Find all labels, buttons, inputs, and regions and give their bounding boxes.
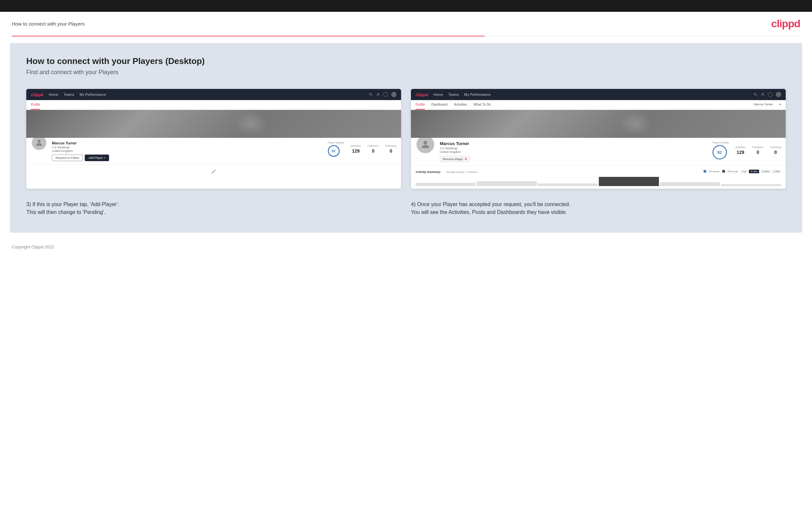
chart-bar-3 — [538, 183, 598, 186]
header-divider — [12, 36, 800, 37]
svg-point-7 — [423, 141, 427, 145]
footer-text: Copyright Clippd 2022 — [12, 244, 54, 249]
chart-bar-4 — [599, 177, 659, 186]
main-title: How to connect with your Players (Deskto… — [26, 56, 786, 66]
chart-bar-5 — [660, 182, 720, 186]
right-player-dropdown[interactable]: Marcus Turner — [754, 100, 773, 110]
edit-icon — [211, 168, 217, 174]
left-following-label: Following — [385, 145, 397, 147]
request-follow-button[interactable]: Request to Follow — [52, 155, 83, 161]
top-bar — [0, 0, 812, 12]
left-quality-stat: Player Quality 92 — [328, 141, 344, 157]
left-profile-info: Marcus Turner 1-5 Handicap United Kingdo… — [52, 141, 323, 161]
captions-row: 3) If this is your Player tap, 'Add Play… — [26, 201, 786, 216]
screenshots-row: clippd Home Teams My Performance Profile — [26, 89, 786, 189]
right-player-location: United Kingdom — [440, 150, 708, 154]
left-tab-profile[interactable]: Profile — [31, 100, 40, 110]
on-course-legend-label: On course — [709, 170, 719, 173]
page-title: How to connect with your Players — [12, 21, 85, 26]
chart-bar-2 — [476, 181, 537, 186]
right-activity-header: Activity Summary Monthly Activity · 6 Mo… — [415, 168, 781, 174]
left-followers-stat: Followers 0 — [367, 145, 379, 154]
left-activities-value: 129 — [351, 148, 361, 154]
left-nav: clippd Home Teams My Performance — [26, 89, 401, 100]
right-profile-info: Marcus Turner 1-5 Handicap United Kingdo… — [440, 141, 708, 162]
right-tabs: Profile Dashboard Activities What To On … — [411, 100, 786, 110]
left-edit-area — [26, 164, 401, 177]
left-hero — [26, 110, 401, 138]
right-activity-title: Activity Summary — [415, 170, 441, 174]
right-tab-activities[interactable]: Activities — [454, 100, 467, 110]
left-profile: Marcus Turner 1-5 Handicap United Kingdo… — [26, 138, 401, 164]
left-activities-label: Activities — [351, 145, 361, 147]
footer: Copyright Clippd 2022 — [0, 239, 812, 255]
left-hero-overlay — [26, 110, 401, 138]
right-followers-stat: Followers 0 — [752, 146, 763, 155]
avatar-person-icon — [35, 138, 44, 147]
left-followers-label: Followers — [367, 145, 379, 147]
left-buttons: Request to Follow Add Player + — [52, 155, 323, 161]
left-tabs: Profile — [26, 100, 401, 110]
filter-1mth[interactable]: 1 mth — [772, 170, 781, 173]
remove-player-x-icon: ✕ — [464, 157, 467, 161]
right-activities-stat: Activities 129 — [735, 146, 746, 155]
right-quality-label: Player Quality — [712, 141, 729, 144]
right-quality-stat: Player Quality 92 — [712, 141, 729, 160]
add-player-button[interactable]: Add Player + — [85, 155, 109, 161]
chart-bar-6 — [721, 184, 781, 186]
right-activity-right: On course Off course 1 yr 6 mths 3 mths … — [704, 170, 781, 173]
logo: clippd — [771, 18, 800, 30]
right-followers-value: 0 — [752, 150, 763, 155]
filter-1yr[interactable]: 1 yr — [741, 170, 748, 173]
avatar-icon — [391, 92, 397, 97]
left-activities-stat: Activities 129 — [351, 145, 361, 154]
svg-point-6 — [762, 93, 763, 95]
remove-player-label: Remove Player — [443, 158, 463, 161]
left-following-value: 0 — [385, 148, 397, 154]
header: How to connect with your Players clippd — [0, 12, 812, 36]
left-player-location: United Kingdom — [52, 149, 323, 153]
right-following-stat: Following 0 — [770, 146, 781, 155]
filter-6mths[interactable]: 6 mths — [749, 170, 759, 173]
caption-left-text: 3) If this is your Player tap, 'Add Play… — [26, 202, 119, 215]
left-quality-circle: 92 — [328, 145, 340, 157]
right-globe-icon — [768, 92, 773, 97]
right-nav-logo: clippd — [415, 92, 428, 97]
right-player-name: Marcus Turner — [440, 141, 708, 146]
dropdown-chevron-icon: ▾ — [779, 100, 781, 110]
off-course-legend-label: Off course — [727, 170, 738, 173]
right-tab-whattoon[interactable]: What To On — [474, 100, 491, 110]
right-following-value: 0 — [770, 150, 781, 155]
right-tab-dashboard[interactable]: Dashboard — [431, 100, 447, 110]
svg-point-3 — [38, 140, 40, 143]
right-followers-label: Followers — [752, 146, 763, 149]
left-player-handicap: 1-5 Handicap — [52, 146, 323, 149]
svg-line-1 — [371, 95, 372, 96]
right-profile: Marcus Turner 1-5 Handicap United Kingdo… — [411, 138, 786, 165]
right-activities-value: 129 — [735, 150, 746, 155]
caption-left: 3) If this is your Player tap, 'Add Play… — [26, 201, 401, 216]
on-course-legend-dot — [704, 170, 706, 173]
right-nav: clippd Home Teams My Performance — [411, 89, 786, 100]
right-nav-performance: My Performance — [464, 93, 491, 97]
right-player-handicap: 1-5 Handicap — [440, 147, 708, 150]
caption-right: 4) Once your Player has accepted your re… — [411, 201, 786, 216]
right-tab-profile[interactable]: Profile — [415, 100, 425, 110]
right-activity-summary: Activity Summary Monthly Activity · 6 Mo… — [411, 165, 786, 189]
remove-player-button[interactable]: Remove Player ✕ — [440, 156, 470, 162]
right-activity-filters: 1 yr 6 mths 3 mths 1 mth — [741, 170, 781, 173]
right-activity-period: Monthly Activity · 6 Months — [446, 171, 477, 174]
user-icon — [376, 93, 380, 97]
left-nav-home: Home — [49, 93, 58, 97]
svg-point-4 — [754, 93, 756, 95]
search-icon — [369, 93, 373, 97]
left-nav-teams: Teams — [64, 93, 74, 97]
right-activity-left: Activity Summary Monthly Activity · 6 Mo… — [415, 168, 477, 174]
right-activities-label: Activities — [735, 146, 746, 149]
filter-3mths[interactable]: 3 mths — [760, 170, 771, 173]
left-followers-value: 0 — [367, 148, 379, 154]
right-quality-circle: 92 — [712, 145, 727, 160]
globe-icon — [383, 92, 388, 97]
left-following-stat: Following 0 — [385, 145, 397, 154]
left-quality-label: Player Quality — [328, 141, 344, 144]
